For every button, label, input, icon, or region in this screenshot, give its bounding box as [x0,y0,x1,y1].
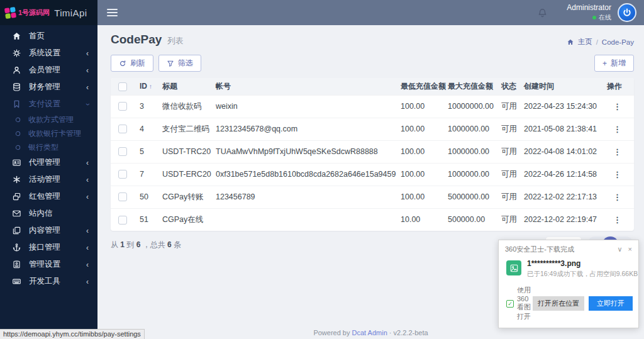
add-button-label: 新增 [611,58,626,69]
cell-max-amount: 5000000.00 [448,186,501,208]
sidebar-item[interactable]: 支付设置‹ [0,96,97,113]
sidebar-item[interactable]: 首页 [0,28,97,45]
footer-link[interactable]: Dcat Admin [352,329,387,336]
sidebar-item-label: 会员管理 [29,65,86,75]
table-row: 3微信收款码weixin100.0010000000.00可用2022-04-2… [111,95,634,118]
downloaded-file-name[interactable]: 1**********3.png [527,259,631,268]
breadcrumb-current: Code-Pay [602,38,634,46]
sidebar-item[interactable]: 管理设置‹ [0,256,97,273]
row-checkbox[interactable] [118,125,127,133]
select-all-checkbox[interactable] [118,82,127,91]
column-header-id[interactable]: ID↑ [140,78,162,95]
chevron-left-icon: ‹ [86,50,89,57]
sidebar-item[interactable]: 接口管理‹ [0,239,97,256]
cell-status: 可用 [501,140,524,163]
sidebar-item[interactable]: 开发工具‹ [0,273,97,290]
circle-icon [14,116,22,124]
user-menu[interactable]: Administrator 在线 [567,3,611,22]
open-with-label: 使用360看图打开 [517,286,533,321]
row-checkbox[interactable] [118,147,127,156]
cell-id: 5 [140,140,162,163]
row-actions-menu-icon[interactable]: ⋮ [607,170,622,179]
sidebar-item[interactable]: 站内信 [0,205,97,222]
online-dot [592,16,596,19]
sidebar-subitem[interactable]: 银行类型 [0,140,97,154]
sort-asc-icon[interactable]: ↑ [149,83,152,90]
sidebar-item[interactable]: 活动管理‹ [0,171,97,188]
breadcrumb-home-icon [567,38,574,46]
column-header-label: 帐号 [216,82,231,91]
table-row: 50CGPay转账123456789100.005000000.00可用2022… [111,186,634,208]
row-checkbox[interactable] [118,102,127,111]
column-header-label: 状态 [501,82,516,91]
open-with-checkbox[interactable]: ✓ [506,300,514,308]
column-header-status: 状态 [501,78,524,95]
refresh-icon [119,60,126,67]
sidebar-item-label: 红包管理 [29,191,86,202]
sidebar-item-label: 接口管理 [29,242,86,253]
notifications-bell-icon[interactable] [537,8,548,18]
cubes-icon [11,192,21,202]
open-folder-button[interactable]: 打开所在位置 [533,296,584,311]
download-toast: 360安全卫士-下载完成 ∨ × 1**********3.png 已于16:4… [498,240,639,328]
toast-title: 360安全卫士-下载完成 [505,245,612,254]
user-status-label: 在线 [599,13,611,22]
sidebar-item[interactable]: 会员管理‹ [0,62,97,79]
sidebar-item[interactable]: 财务管理‹ [0,79,97,96]
sidebar-item[interactable]: 红包管理‹ [0,188,97,205]
cell-account: 12312345678@qq.com [216,118,401,140]
avatar[interactable] [618,3,636,22]
sidebar-item-label: 首页 [29,31,89,42]
row-actions-menu-icon[interactable]: ⋮ [607,192,622,202]
row-checkbox[interactable] [118,192,127,201]
row-actions-menu-icon[interactable]: ⋮ [607,125,622,134]
cell-min-amount: 100.00 [401,118,448,140]
breadcrumb-home[interactable]: 主页 [578,37,592,47]
filter-button[interactable]: 筛选 [158,55,201,72]
chevron-left-icon: ‹ [86,67,89,74]
toast-close-icon[interactable]: × [628,246,632,253]
download-detail: 已于16:49成功下载，占用空间9.66KB [527,270,631,279]
toast-collapse-icon[interactable]: ∨ [618,246,623,253]
bookmark-icon [11,99,21,109]
column-header-label: 创建时间 [524,82,554,91]
column-header-label: 最大充值金额 [448,82,493,91]
sidebar-item-label: 内容管理 [29,225,86,236]
cell-title: CGPay在线 [162,208,216,231]
cell-min-amount: 100.00 [401,186,448,208]
sidebar-subitem-label: 银行类型 [28,142,58,153]
topbar: Administrator 在线 [97,0,644,25]
sidebar-item[interactable]: 代理管理‹ [0,154,97,171]
row-actions-menu-icon[interactable]: ⋮ [607,102,622,111]
anchor-icon [11,243,21,253]
sidebar-item[interactable]: 系统设置‹ [0,45,97,62]
sidebar-item-label: 财务管理 [29,82,86,92]
chevron-left-icon: ‹ [86,84,89,91]
sidebar-subitem[interactable]: 收款银行卡管理 [0,126,97,140]
cell-account [216,208,401,231]
brand-logo[interactable]: 1号源码网 TimiApi [0,0,97,25]
row-checkbox[interactable] [118,216,127,225]
summary-segment: 从 [111,240,120,249]
row-checkbox[interactable] [118,170,127,179]
sidebar-subitem[interactable]: 收款方式管理 [0,113,97,126]
cell-title: USDT-ERC20 [162,163,216,186]
cell-status: 可用 [501,118,524,140]
row-actions-menu-icon[interactable]: ⋮ [607,215,622,225]
sidebar-item-label: 活动管理 [29,174,86,185]
cell-min-amount: 100.00 [401,163,448,186]
row-actions-menu-icon[interactable]: ⋮ [607,147,622,157]
refresh-button[interactable]: 刷新 [111,55,153,72]
cell-min-amount: 100.00 [401,140,448,163]
add-button[interactable]: + 新增 [594,55,634,72]
open-now-button[interactable]: 立即打开 [589,296,633,311]
cell-status: 可用 [501,186,524,208]
sidebar-item-label: 开发工具 [29,276,86,287]
cell-title: 支付宝二维码 [162,118,216,140]
sidebar-item-label: 代理管理 [29,157,86,168]
sidebar-toggle-icon[interactable] [107,7,118,18]
table-row: 4支付宝二维码12312345678@qq.com100.001000000.0… [111,118,634,140]
envelope-icon [11,209,21,219]
footer: Powered by Dcat Admin · v2.2.2-beta [97,329,644,336]
sidebar-item[interactable]: 内容管理‹ [0,222,97,239]
